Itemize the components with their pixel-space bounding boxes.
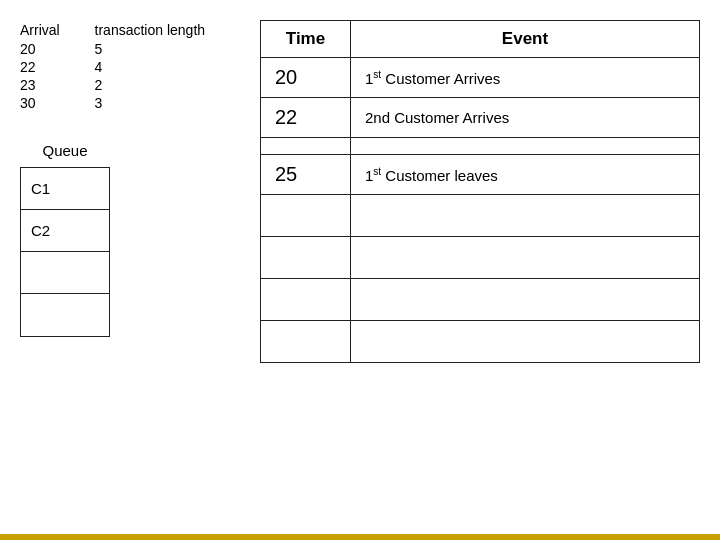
arrival-row-4-length: 3 (95, 94, 240, 112)
page-container: Arrival transaction length 20 5 22 4 23 … (0, 0, 720, 540)
table-row (261, 138, 700, 155)
arrival-row-3-time: 23 (20, 76, 95, 94)
table-row (261, 195, 700, 237)
time-cell-5 (261, 195, 351, 237)
time-cell-8 (261, 321, 351, 363)
event-cell-6 (351, 237, 700, 279)
time-cell-1: 20 (261, 58, 351, 98)
arrival-row-2-length: 4 (95, 58, 240, 76)
event-cell-4: 1st Customer leaves (351, 155, 700, 195)
event-table: Time Event 20 1st Customer Arrives 22 2n… (260, 20, 700, 363)
time-cell-6 (261, 237, 351, 279)
queue-cell-3 (21, 252, 109, 294)
arrival-table: Arrival transaction length 20 5 22 4 23 … (20, 20, 240, 112)
event-cell-8 (351, 321, 700, 363)
time-cell-7 (261, 279, 351, 321)
event-cell-7 (351, 279, 700, 321)
table-row: 22 2nd Customer Arrives (261, 98, 700, 138)
arrival-row-1-time: 20 (20, 40, 95, 58)
time-cell-4: 25 (261, 155, 351, 195)
queue-cell-4 (21, 294, 109, 336)
queue-cell-1: C1 (21, 168, 109, 210)
queue-label: Queue (20, 142, 110, 159)
table-row (261, 279, 700, 321)
arrival-row-4-time: 30 (20, 94, 95, 112)
table-row (261, 321, 700, 363)
bottom-bar (0, 534, 720, 540)
table-row: 25 1st Customer leaves (261, 155, 700, 195)
table-row (261, 237, 700, 279)
table-row: 20 1st Customer Arrives (261, 58, 700, 98)
queue-box: C1 C2 (20, 167, 110, 337)
event-cell-5 (351, 195, 700, 237)
arrival-col-header: Arrival (20, 20, 95, 40)
left-panel: Arrival transaction length 20 5 22 4 23 … (20, 20, 240, 520)
arrival-row-3-length: 2 (95, 76, 240, 94)
event-cell-1: 1st Customer Arrives (351, 58, 700, 98)
time-cell-2: 22 (261, 98, 351, 138)
event-cell-2: 2nd Customer Arrives (351, 98, 700, 138)
event-cell-3 (351, 138, 700, 155)
arrival-row-1-length: 5 (95, 40, 240, 58)
right-panel: Time Event 20 1st Customer Arrives 22 2n… (260, 20, 700, 520)
arrival-row-2-time: 22 (20, 58, 95, 76)
queue-cell-2: C2 (21, 210, 109, 252)
col-header-event: Event (351, 21, 700, 58)
time-cell-3 (261, 138, 351, 155)
col-header-time: Time (261, 21, 351, 58)
transaction-col-header: transaction length (95, 20, 240, 40)
